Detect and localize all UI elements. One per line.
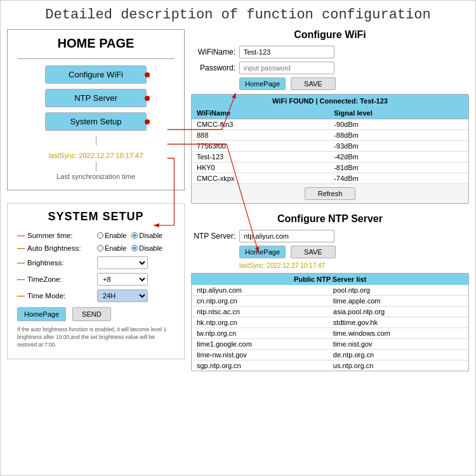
configure-ntp-title: Configure NTP Server: [191, 213, 469, 225]
wifi-signal: -74dBm: [329, 173, 468, 184]
home-page-title: HOME PAGE: [17, 36, 175, 51]
system-setup-footer: HomePage SEND: [17, 307, 175, 321]
ntp-homepage-button[interactable]: HomePage: [239, 246, 286, 258]
ntp-server-button[interactable]: NTP Server: [45, 89, 147, 107]
ntp-server-col1: time1.google.com: [192, 339, 328, 350]
password-row: Password:: [191, 62, 469, 74]
ntp-server-col1: ntp.aliyun.com: [192, 285, 328, 296]
wifi-network-name: Test-123: [192, 152, 329, 162]
configure-wifi-title: Configure WiFi: [191, 29, 469, 41]
system-setup-title: SYSTEM SETUP: [17, 210, 175, 223]
wifi-btn-row: HomePage SAVE: [239, 77, 469, 90]
system-setup-section: SYSTEM SETUP — Summer time: Enable: [7, 203, 185, 359]
wifi-homepage-button[interactable]: HomePage: [239, 77, 286, 90]
ntp-server-col2: de.ntp.org.cn: [328, 350, 468, 360]
ntp-table-row[interactable]: time1.google.comtime.nist.gov: [192, 339, 468, 350]
system-send-button[interactable]: SEND: [72, 307, 111, 321]
wifi-table-row[interactable]: 888-88dBm: [192, 130, 468, 141]
ntp-save-button[interactable]: SAVE: [291, 246, 336, 258]
timezone-select[interactable]: +8: [97, 273, 148, 286]
wifi-refresh-button[interactable]: Refresh: [305, 187, 356, 200]
system-setup-button[interactable]: System Setup: [45, 112, 147, 131]
configure-ntp-section: Configure NTP Server NTP Server: HomePag…: [191, 213, 469, 371]
ntp-table-row[interactable]: tw.ntp.org.cntime.windows.com: [192, 328, 468, 339]
ntp-table: Public NTP Server list ntp.aliyun.compoo…: [192, 274, 468, 371]
wifi-table-container: WiFi FOUND | Connected: Test-123 WiFiNam…: [191, 94, 469, 204]
auto-brightness-disable-radio[interactable]: [131, 245, 138, 251]
wifi-name-input[interactable]: [239, 46, 334, 58]
brightness-row: — Brightness:: [17, 256, 175, 269]
configure-wifi-section: Configure WiFi WiFiName: Password: HomeP…: [191, 29, 469, 204]
wifi-network-name: HKY0: [192, 162, 329, 173]
ntp-server-col1: sgp.ntp.org.cn: [192, 360, 328, 371]
timezone-row: — TimeZone: +8: [17, 273, 175, 286]
summer-enable-radio[interactable]: [97, 232, 103, 239]
ntp-server-col2: pool.ntp.org: [328, 285, 468, 296]
wifi-name-label: WiFiName:: [191, 48, 235, 56]
ntp-table-row[interactable]: cn.ntp.org.cntime.apple.com: [192, 296, 468, 307]
brightness-select[interactable]: [97, 256, 148, 269]
wifi-table-row[interactable]: 77563f00-93dBm: [192, 141, 468, 152]
ntp-server-col2: stdtime.gov.hk: [328, 317, 468, 328]
wifi-table-header: WiFi FOUND | Connected: Test-123: [192, 95, 468, 107]
system-dot: [145, 119, 150, 124]
ntp-server-col1: cn.ntp.org.cn: [192, 296, 328, 307]
ntp-server-col1: time-nw.nist.gov: [192, 350, 328, 360]
time-mode-select[interactable]: 24H: [97, 289, 148, 302]
system-setup-note: If the auto brightness function is enabl…: [17, 326, 175, 349]
col-wifi-name: WiFiName: [192, 107, 329, 119]
summer-time-radios: Enable Disable: [97, 232, 162, 239]
wifi-table-row[interactable]: CMCC-xkpx-74dBm: [192, 173, 468, 184]
wifi-table-row[interactable]: Test-123-42dBm: [192, 152, 468, 162]
ntp-server-input[interactable]: [239, 230, 334, 242]
auto-brightness-row: — Auto Brightness: Enable Disable: [17, 244, 175, 253]
summer-time-row: — Summer time: Enable Disable: [17, 231, 175, 240]
summer-disable-radio[interactable]: [131, 232, 138, 239]
page-title: Detailed description of function configu…: [7, 7, 469, 23]
wifi-dot: [145, 72, 150, 77]
configure-wifi-button[interactable]: Configure WiFi: [45, 65, 147, 84]
wifi-signal: -88dBm: [329, 130, 468, 141]
ntp-server-col1: hk.ntp.org.cn: [192, 317, 328, 328]
ntp-server-col1: tw.ntp.org.cn: [192, 328, 328, 339]
wifi-table: WiFiName Signal level CMCC-fkn3-90dBm888…: [192, 107, 468, 183]
wifi-network-name: CMCC-xkpx: [192, 173, 329, 184]
auto-brightness-radios: Enable Disable: [97, 244, 162, 252]
wifi-network-name: CMCC-fkn3: [192, 119, 329, 130]
ntp-btn-row: HomePage SAVE: [239, 246, 469, 258]
wifi-table-row[interactable]: HKY0-81dBm: [192, 162, 468, 173]
ntp-server-col2: time.apple.com: [328, 296, 468, 307]
wifi-name-row: WiFiName:: [191, 46, 469, 58]
refresh-btn-row: Refresh: [192, 183, 468, 203]
auto-brightness-enable-radio[interactable]: [97, 245, 103, 251]
wifi-signal: -90dBm: [329, 119, 468, 130]
wifi-signal: -42dBm: [329, 152, 468, 162]
wifi-signal: -93dBm: [329, 141, 468, 152]
ntp-server-label: NTP Server:: [191, 232, 235, 241]
sync-time: lastSync: 2022.12.27 10:17:47: [17, 152, 175, 159]
ntp-table-row[interactable]: ntp.aliyun.compool.ntp.org: [192, 285, 468, 296]
time-mode-row: — Time Mode: 24H: [17, 289, 175, 302]
wifi-table-row[interactable]: CMCC-fkn3-90dBm: [192, 119, 468, 130]
ntp-table-container: Public NTP Server list ntp.aliyun.compoo…: [191, 273, 469, 371]
password-input[interactable]: [239, 62, 334, 74]
sync-line2: [96, 162, 96, 171]
ntp-server-col2: asia.pool.ntp.org: [328, 307, 468, 317]
ntp-table-row[interactable]: time-nw.nist.govde.ntp.org.cn: [192, 350, 468, 360]
home-page-section: HOME PAGE Configure WiFi NTP Server Syst…: [7, 29, 185, 190]
wifi-network-name: 77563f00: [192, 141, 329, 152]
col-signal-level: Signal level: [329, 107, 468, 119]
wifi-save-button[interactable]: SAVE: [291, 77, 336, 90]
system-homepage-button[interactable]: HomePage: [17, 307, 66, 321]
ntp-dot: [145, 96, 150, 101]
ntp-table-row[interactable]: sgp.ntp.org.cnus.ntp.org.cn: [192, 360, 468, 371]
ntp-table-row[interactable]: hk.ntp.org.cnstdtime.gov.hk: [192, 317, 468, 328]
sync-line: [96, 136, 96, 145]
ntp-server-col1: ntp.ntsc.ac.cn: [192, 307, 328, 317]
wifi-network-name: 888: [192, 130, 329, 141]
ntp-sync-time: lastSync: 2022.12.27 10:17:47: [239, 262, 469, 269]
ntp-table-row[interactable]: ntp.ntsc.ac.cnasia.pool.ntp.org: [192, 307, 468, 317]
ntp-server-row: NTP Server:: [191, 230, 469, 242]
ntp-server-col2: us.ntp.org.cn: [328, 360, 468, 371]
ntp-server-col2: time.nist.gov: [328, 339, 468, 350]
